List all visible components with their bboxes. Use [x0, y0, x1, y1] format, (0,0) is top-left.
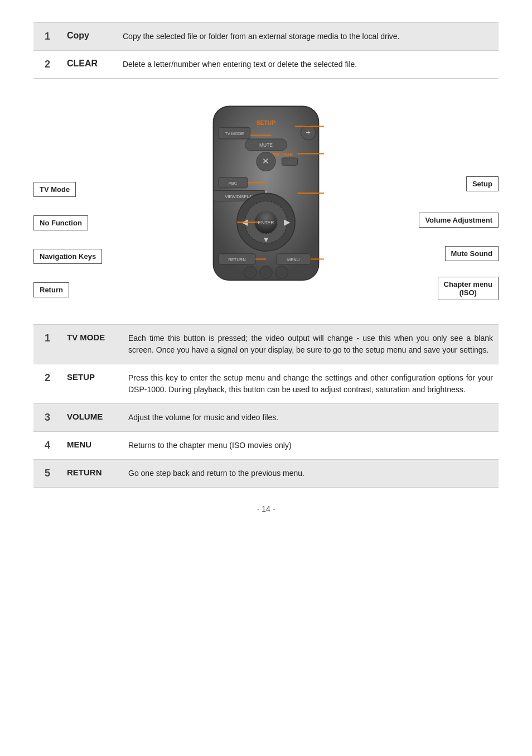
mute-sound-label: Mute Sound — [445, 246, 499, 261]
table-row: 3 VOLUME Adjust the volume for music and… — [33, 404, 499, 432]
svg-text:+: + — [306, 127, 311, 137]
table-row: 5 RETURN Go one step back and return to … — [33, 460, 499, 488]
table-row: 1 TV MODE Each time this button is press… — [33, 325, 499, 364]
volume-adjustment-label: Volume Adjustment — [419, 213, 499, 228]
row-label: SETUP — [61, 364, 123, 404]
svg-text:PBC: PBC — [229, 181, 238, 186]
row-desc: Each time this button is pressed; the vi… — [123, 325, 499, 364]
setup-label: Setup — [466, 176, 499, 191]
remote-diagram: TV Mode No Function Navigation Keys Retu… — [33, 95, 499, 307]
page-number: - 14 - — [33, 504, 499, 513]
svg-text:TV MODE: TV MODE — [225, 131, 244, 136]
remote-image: SETUP TV MODE + MUTE VOLUME ✕ - — [194, 101, 338, 291]
svg-text:MENU: MENU — [287, 257, 299, 262]
row-number: 2 — [33, 51, 61, 79]
row-label: CLEAR — [61, 51, 117, 79]
row-desc: Adjust the volume for music and video fi… — [123, 404, 499, 432]
svg-text:▼: ▼ — [262, 235, 269, 244]
svg-text:-: - — [289, 158, 291, 165]
svg-point-30 — [260, 266, 273, 279]
svg-text:SETUP: SETUP — [257, 120, 276, 126]
navigation-keys-label: Navigation Keys — [33, 249, 102, 264]
top-table: 1 Copy Copy the selected file or folder … — [33, 22, 499, 79]
row-desc: Returns to the chapter menu (ISO movies … — [123, 432, 499, 460]
svg-point-31 — [275, 266, 288, 279]
row-number: 1 — [33, 23, 61, 51]
svg-text:MUTE: MUTE — [259, 142, 273, 148]
row-number: 1 — [33, 325, 61, 364]
row-desc: Copy the selected file or folder from an… — [117, 23, 499, 51]
chapter-menu-label: Chapter menu (ISO) — [438, 277, 499, 300]
table-row: 4 MENU Returns to the chapter menu (ISO … — [33, 432, 499, 460]
row-number: 4 — [33, 432, 61, 460]
row-number: 3 — [33, 404, 61, 432]
row-label: TV MODE — [61, 325, 123, 364]
svg-text:ENTER: ENTER — [258, 220, 274, 225]
return-label: Return — [33, 282, 69, 297]
row-label: VOLUME — [61, 404, 123, 432]
svg-text:✕: ✕ — [263, 156, 270, 166]
row-number: 5 — [33, 460, 61, 488]
tv-mode-label: TV Mode — [33, 182, 76, 197]
row-label: MENU — [61, 432, 123, 460]
row-label: RETURN — [61, 460, 123, 488]
row-desc: Press this key to enter the setup menu a… — [123, 364, 499, 404]
bottom-table: 1 TV MODE Each time this button is press… — [33, 324, 499, 488]
row-desc: Go one step back and return to the previ… — [123, 460, 499, 488]
svg-point-29 — [244, 266, 257, 279]
row-desc: Delete a letter/number when entering tex… — [117, 51, 499, 79]
svg-text:RETURN: RETURN — [228, 257, 245, 262]
table-row: 2 CLEAR Delete a letter/number when ente… — [33, 51, 499, 79]
row-label: Copy — [61, 23, 117, 51]
row-number: 2 — [33, 364, 61, 404]
no-function-label: No Function — [33, 215, 88, 230]
svg-text:▶: ▶ — [284, 217, 291, 227]
table-row: 2 SETUP Press this key to enter the setu… — [33, 364, 499, 404]
table-row: 1 Copy Copy the selected file or folder … — [33, 23, 499, 51]
